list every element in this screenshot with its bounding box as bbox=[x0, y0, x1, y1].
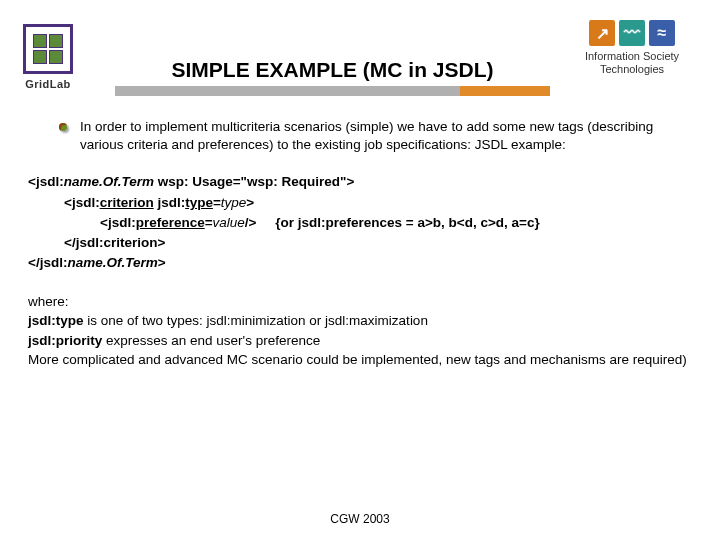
code-token: preference bbox=[136, 215, 205, 230]
code-line: </jsdl:criterion> bbox=[64, 233, 692, 253]
code-token: jsdl: bbox=[154, 195, 186, 210]
code-line: <jsdl:name.Of.Term wsp: Usage="wsp: Requ… bbox=[28, 172, 692, 192]
where-token: jsdl:type bbox=[28, 313, 84, 328]
code-token: {or jsdl:preferences = a>b, b<d, c>d, a=… bbox=[275, 215, 540, 230]
gridlab-logo-label: GridLab bbox=[18, 78, 78, 90]
jsdl-code-block: <jsdl:name.Of.Term wsp: Usage="wsp: Requ… bbox=[28, 172, 692, 273]
where-block: where: jsdl:type is one of two types: js… bbox=[28, 292, 692, 370]
approx-icon: ≈ bbox=[649, 20, 675, 46]
code-token: type bbox=[185, 195, 213, 210]
slide-content: In order to implement multicriteria scen… bbox=[0, 100, 720, 370]
title-container: SIMPLE EXAMPLE (MC in JSDL) bbox=[115, 58, 550, 96]
code-token: <jsdl: bbox=[28, 174, 64, 189]
code-token: = bbox=[213, 195, 221, 210]
code-token: > bbox=[158, 255, 166, 270]
bullet-icon bbox=[58, 122, 70, 134]
where-line: jsdl:type is one of two types: jsdl:mini… bbox=[28, 311, 692, 331]
where-line: jsdl:priority expresses an end user's pr… bbox=[28, 331, 692, 351]
code-token: type bbox=[221, 195, 247, 210]
code-token: name.Of.Term bbox=[67, 255, 157, 270]
code-line: <jsdl:criterion jsdl:type=type> bbox=[64, 193, 692, 213]
code-token: value bbox=[213, 215, 245, 230]
ist-logo-line2: Technologies bbox=[562, 63, 702, 76]
code-token: criterion bbox=[100, 195, 154, 210]
code-line: </jsdl:name.Of.Term> bbox=[28, 253, 692, 273]
bullet-text: In order to implement multicriteria scen… bbox=[80, 118, 692, 154]
gridlab-logo-box bbox=[23, 24, 73, 74]
title-underline bbox=[115, 86, 550, 96]
gridlab-logo-grid bbox=[33, 34, 63, 64]
code-token: > bbox=[246, 195, 254, 210]
slide-footer: CGW 2003 bbox=[0, 512, 720, 526]
code-token: </jsdl: bbox=[28, 255, 67, 270]
gridlab-logo: GridLab bbox=[18, 24, 78, 90]
code-line: <jsdl:preference=value/> {or jsdl:prefer… bbox=[100, 213, 692, 233]
where-line: where: bbox=[28, 292, 692, 312]
code-token: <jsdl: bbox=[64, 195, 100, 210]
where-token: jsdl:priority bbox=[28, 333, 102, 348]
where-token: expresses an end user's preference bbox=[102, 333, 320, 348]
ist-logo: ↗ 〰 ≈ Information Society Technologies bbox=[562, 20, 702, 76]
ist-logo-icons: ↗ 〰 ≈ bbox=[562, 20, 702, 46]
code-token: <jsdl: bbox=[100, 215, 136, 230]
code-token: wsp: Usage="wsp: Required"> bbox=[154, 174, 354, 189]
where-line: More complicated and advanced MC scenari… bbox=[28, 350, 692, 370]
ist-logo-line1: Information Society bbox=[562, 50, 702, 63]
where-token: is one of two types: jsdl:minimization o… bbox=[84, 313, 428, 328]
wave-icon: 〰 bbox=[619, 20, 645, 46]
bullet-item: In order to implement multicriteria scen… bbox=[58, 118, 692, 154]
slide-header: GridLab SIMPLE EXAMPLE (MC in JSDL) ↗ 〰 … bbox=[0, 0, 720, 100]
code-token: /> bbox=[245, 215, 257, 230]
slide-title: SIMPLE EXAMPLE (MC in JSDL) bbox=[115, 58, 550, 85]
arrow-icon: ↗ bbox=[589, 20, 615, 46]
code-token: name.Of.Term bbox=[64, 174, 154, 189]
code-token: = bbox=[205, 215, 213, 230]
